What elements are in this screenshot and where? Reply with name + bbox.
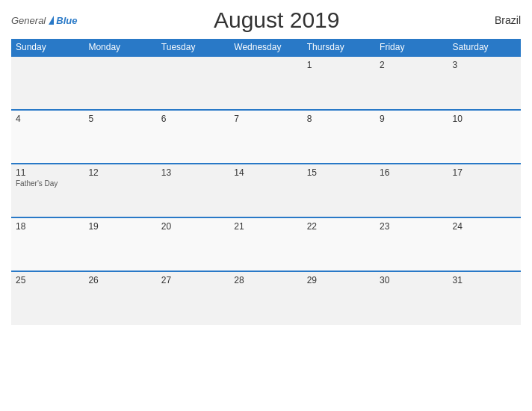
calendar-cell: 8 (303, 110, 375, 164)
calendar-cell: 31 (448, 271, 521, 325)
logo-general-text: General (11, 15, 46, 26)
calendar-cell (84, 56, 156, 110)
cell-day-number: 13 (161, 167, 225, 178)
cell-day-number: 18 (16, 221, 79, 232)
calendar-cell: 25 (11, 271, 84, 325)
calendar-cell: 29 (303, 271, 375, 325)
cell-day-number: 1 (307, 60, 371, 70)
calendar-cell: 23 (375, 217, 448, 271)
cell-day-number: 8 (307, 114, 371, 124)
logo: General Blue (11, 15, 77, 26)
calendar-cell (157, 56, 229, 110)
logo-blue-text: Blue (56, 15, 77, 26)
calendar-cell: 18 (11, 217, 84, 271)
header-tuesday: Tuesday (157, 39, 229, 56)
calendar-cell: 14 (229, 164, 302, 217)
calendar-cell: 7 (229, 110, 302, 164)
calendar-cell: 27 (157, 271, 229, 325)
cell-event-label: Father's Day (16, 179, 79, 188)
country-label: Brazil (476, 14, 521, 26)
calendar-cell: 13 (157, 164, 229, 217)
calendar-cell: 22 (303, 217, 375, 271)
calendar-cell: 21 (229, 217, 302, 271)
header-wednesday: Wednesday (229, 39, 302, 56)
calendar-cell (11, 56, 84, 110)
cell-day-number: 12 (88, 167, 152, 178)
calendar-cell: 4 (11, 110, 84, 164)
cell-day-number: 14 (234, 167, 297, 178)
calendar-cell: 15 (303, 164, 375, 217)
calendar-title: August 2019 (77, 7, 476, 33)
cell-day-number: 28 (234, 275, 297, 285)
calendar-cell: 20 (157, 217, 229, 271)
cell-day-number: 5 (88, 114, 152, 124)
calendar-cell: 2 (375, 56, 448, 110)
calendar-cell: 6 (157, 110, 229, 164)
calendar-week-row: 45678910 (11, 110, 521, 164)
cell-day-number: 15 (307, 167, 371, 178)
cell-day-number: 25 (16, 275, 79, 285)
cell-day-number: 4 (16, 114, 79, 124)
calendar-cell: 3 (448, 56, 521, 110)
calendar-cell: 5 (84, 110, 156, 164)
cell-day-number: 20 (161, 221, 225, 232)
calendar-table: Sunday Monday Tuesday Wednesday Thursday… (11, 39, 521, 325)
calendar-cell: 12 (84, 164, 156, 217)
header-friday: Friday (375, 39, 448, 56)
header-thursday: Thursday (303, 39, 375, 56)
calendar-week-row: 123 (11, 56, 521, 110)
calendar-header: General Blue August 2019 Brazil (11, 7, 521, 33)
calendar-week-row: 11Father's Day121314151617 (11, 164, 521, 217)
cell-day-number: 7 (234, 114, 297, 124)
page: General Blue August 2019 Brazil Sunday M… (0, 0, 532, 411)
cell-day-number: 30 (380, 275, 443, 285)
calendar-cell: 30 (375, 271, 448, 325)
calendar-cell: 28 (229, 271, 302, 325)
calendar-cell: 11Father's Day (11, 164, 84, 217)
cell-day-number: 24 (453, 221, 516, 232)
weekday-header-row: Sunday Monday Tuesday Wednesday Thursday… (11, 39, 521, 56)
calendar-cell: 10 (448, 110, 521, 164)
calendar-cell: 26 (84, 271, 156, 325)
calendar-cell: 17 (448, 164, 521, 217)
calendar-cell: 9 (375, 110, 448, 164)
cell-day-number: 29 (307, 275, 371, 285)
calendar-cell: 1 (303, 56, 375, 110)
calendar-week-row: 18192021222324 (11, 217, 521, 271)
cell-day-number: 10 (453, 114, 516, 124)
calendar-week-row: 25262728293031 (11, 271, 521, 325)
calendar-cell: 24 (448, 217, 521, 271)
cell-day-number: 26 (88, 275, 152, 285)
cell-day-number: 23 (380, 221, 443, 232)
cell-day-number: 19 (88, 221, 152, 232)
cell-day-number: 21 (234, 221, 297, 232)
cell-day-number: 2 (380, 60, 443, 70)
cell-day-number: 9 (380, 114, 443, 124)
logo-triangle-icon (49, 16, 54, 25)
header-monday: Monday (84, 39, 156, 56)
cell-day-number: 27 (161, 275, 225, 285)
calendar-cell (229, 56, 302, 110)
cell-day-number: 11 (16, 167, 79, 178)
cell-day-number: 6 (161, 114, 225, 124)
header-sunday: Sunday (11, 39, 84, 56)
cell-day-number: 22 (307, 221, 371, 232)
calendar-cell: 19 (84, 217, 156, 271)
cell-day-number: 3 (453, 60, 516, 70)
header-saturday: Saturday (448, 39, 521, 56)
calendar-cell: 16 (375, 164, 448, 217)
cell-day-number: 17 (453, 167, 516, 178)
cell-day-number: 31 (453, 275, 516, 285)
cell-day-number: 16 (380, 167, 443, 178)
